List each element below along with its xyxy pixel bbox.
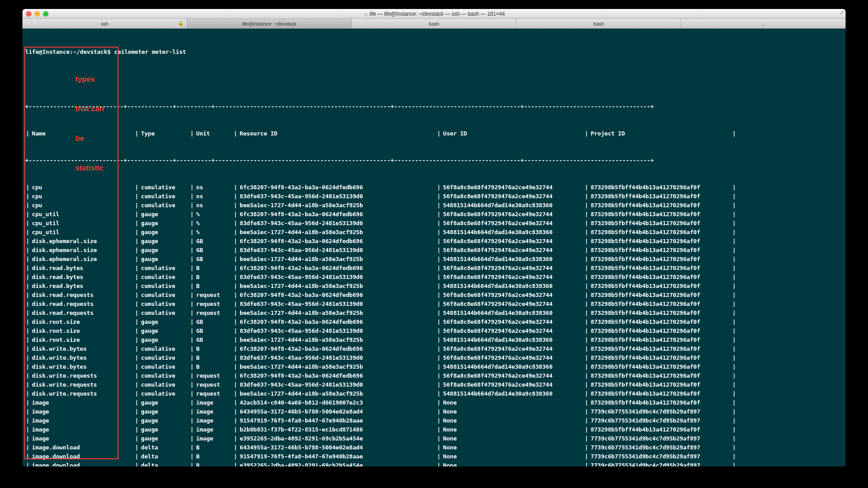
cell-project-id: 873298b5fbff44b4b13a41270296af0f (589, 371, 732, 380)
cell-type: cumulative (139, 273, 189, 282)
cell-project-id: 873298b5fbff44b4b13a41270296af0f (589, 219, 732, 228)
cell-type: gauge (139, 237, 189, 246)
table-row: |disk.write.requests|cumulative|request|… (25, 389, 843, 398)
cell-project-id: 873298b5fbff44b4b13a41270296af0f (589, 353, 732, 362)
cell-name: disk.write.requests (30, 389, 134, 398)
cell-unit: request (194, 291, 233, 300)
cell-resource-id: 42acb514-c840-4a66-b812-d6619007e2c3 (238, 398, 436, 407)
table-body: |cpu|cumulative|ns|6fc38207-94f8-43a2-ba… (25, 183, 843, 466)
cell-resource-id: 6fc38207-94f8-43a2-ba3a-0624dfedb696 (238, 344, 436, 353)
cell-unit: B (194, 282, 233, 291)
cell-type: cumulative (139, 380, 189, 389)
cell-project-id: 7739c6b7755341d9bc4c7d95b29af897 (589, 452, 732, 461)
cell-resource-id: 91547919-76f5-4fa8-b447-67e940b28aae (238, 452, 436, 461)
header-resource-id: Resource ID (238, 129, 436, 138)
cell-name: cpu_util (30, 228, 134, 237)
cell-user-id: 56f8a8c8e68f47929476a2ce49e32744 (441, 237, 584, 246)
table-row: |image|gauge|image|e3952265-2dba-4892-82… (25, 434, 843, 443)
cell-user-id: 548815144b664d7dad14e30a9c838360 (441, 362, 584, 371)
cell-type: gauge (139, 416, 189, 425)
titlebar: life — life@Instance: ~/devstack — ssh —… (22, 9, 846, 19)
cell-user-id: 548815144b664d7dad14e30a9c838360 (441, 282, 584, 291)
cell-unit: image (194, 398, 233, 407)
cell-unit: B (194, 273, 233, 282)
tab-bash-2[interactable]: bash (517, 19, 681, 28)
cell-type: gauge (139, 228, 189, 237)
cell-name: image (30, 407, 134, 416)
cell-resource-id: 6fc38207-94f8-43a2-ba3a-0624dfedb696 (238, 371, 436, 380)
output-table: +---------------------------+-----------… (25, 84, 843, 466)
cell-project-id: 7739c6b7755341d9bc4c7d95b29af897 (589, 416, 732, 425)
tab-bar: ssh 🔒 life@Instance: ~/devstack bash bas… (22, 19, 846, 29)
cell-name: disk.read.bytes (30, 273, 134, 282)
header-user-id: User ID (441, 129, 584, 138)
cell-project-id: 7739c6b7755341d9bc4c7d95b29af897 (589, 461, 732, 466)
tab-bash-1[interactable]: bash (352, 19, 517, 28)
cell-type: gauge (139, 425, 189, 434)
cell-project-id: 873298b5fbff44b4b13a41270296af0f (589, 362, 732, 371)
table-row: |disk.root.size|gauge|GB|83dfe637-943c-4… (25, 327, 843, 336)
cell-name: image (30, 425, 134, 434)
cell-type: cumulative (139, 264, 189, 273)
cell-name: cpu_util (30, 210, 134, 219)
cell-unit: GB (194, 246, 233, 255)
cell-resource-id: 6434955a-3172-46b5-b788-5004e02e8ad4 (238, 443, 436, 452)
cell-resource-id: 6fc38207-94f8-43a2-ba3a-0624dfedb696 (238, 291, 436, 300)
cell-user-id: None (441, 425, 584, 434)
cell-type: cumulative (139, 309, 189, 318)
cell-unit: image (194, 434, 233, 443)
cell-type: gauge (139, 318, 189, 327)
cell-name: disk.write.bytes (30, 362, 134, 371)
tab-label: life@Instance: ~/devstack (242, 21, 297, 26)
tab-ssh[interactable]: ssh 🔒 (22, 19, 187, 28)
cell-project-id: 873298b5fbff44b4b13a41270296af0f (589, 237, 732, 246)
cell-type: gauge (139, 407, 189, 416)
cell-name: disk.root.size (30, 318, 134, 327)
table-row: |disk.read.bytes|cumulative|B|6fc38207-9… (25, 264, 843, 273)
cell-resource-id: bee5a1ec-1727-4d44-a18b-a58e3acf925b (238, 282, 436, 291)
cell-name: disk.root.size (30, 336, 134, 344)
cell-user-id: None (441, 461, 584, 466)
cell-project-id: 873298b5fbff44b4b13a41270296af0f (589, 273, 732, 282)
cell-user-id: 548815144b664d7dad14e30a9c838360 (441, 389, 584, 398)
cell-resource-id: bee5a1ec-1727-4d44-a18b-a58e3acf925b (238, 309, 436, 318)
cell-unit: GB (194, 327, 233, 336)
cell-unit: GB (194, 318, 233, 327)
cell-resource-id: 83dfe637-943c-45aa-956d-2481e53139d0 (238, 246, 436, 255)
cell-unit: B (194, 362, 233, 371)
cell-name: image.download (30, 452, 134, 461)
cell-name: image (30, 416, 134, 425)
cell-resource-id: bee5a1ec-1727-4d44-a18b-a58e3acf925b (238, 336, 436, 344)
cell-type: cumulative (139, 362, 189, 371)
tab-overflow[interactable]: ... (681, 19, 846, 28)
cell-unit: ns (194, 201, 233, 210)
cell-name: disk.write.requests (30, 371, 134, 380)
cell-resource-id: 83dfe637-943c-45aa-956d-2481e53139d0 (238, 273, 436, 282)
header-unit: Unit (194, 129, 233, 138)
table-row: |disk.ephemeral.size|gauge|GB|6fc38207-9… (25, 237, 843, 246)
table-row: |disk.read.bytes|cumulative|B|83dfe637-9… (25, 273, 843, 282)
command: ceilometer meter-list (114, 48, 186, 55)
table-row: |disk.read.requests|cumulative|request|b… (25, 309, 843, 318)
cell-project-id: 873298b5fbff44b4b13a41270296af0f (589, 255, 732, 264)
cell-type: cumulative (139, 282, 189, 291)
cell-type: cumulative (139, 389, 189, 398)
cell-resource-id: 6fc38207-94f8-43a2-ba3a-0624dfedb696 (238, 264, 436, 273)
table-row: |disk.write.requests|cumulative|request|… (25, 371, 843, 380)
expand-icon[interactable]: ⤢ (840, 10, 844, 16)
tab-devstack[interactable]: life@Instance: ~/devstack (187, 19, 352, 28)
table-row: |cpu_util|gauge|%|83dfe637-943c-45aa-956… (25, 219, 843, 228)
cell-project-id: 873298b5fbff44b4b13a41270296af0f (589, 318, 732, 327)
cell-type: cumulative (139, 291, 189, 300)
cell-type: gauge (139, 327, 189, 336)
cell-project-id: 873298b5fbff44b4b13a41270296af0f (589, 183, 732, 192)
terminal-body[interactable]: life@Instance:~/devstack$ ceilometer met… (22, 29, 846, 466)
cell-project-id: 873298b5fbff44b4b13a41270296af0f (589, 246, 732, 255)
cell-project-id: 873298b5fbff44b4b13a41270296af0f (589, 201, 732, 210)
cell-unit: request (194, 300, 233, 309)
cell-type: cumulative (139, 371, 189, 380)
cell-resource-id: bee5a1ec-1727-4d44-a18b-a58e3acf925b (238, 228, 436, 237)
cell-name: image.download (30, 443, 134, 452)
cell-project-id: 873298b5fbff44b4b13a41270296af0f (589, 228, 732, 237)
table-row: |image|gauge|image|42acb514-c840-4a66-b8… (25, 398, 843, 407)
